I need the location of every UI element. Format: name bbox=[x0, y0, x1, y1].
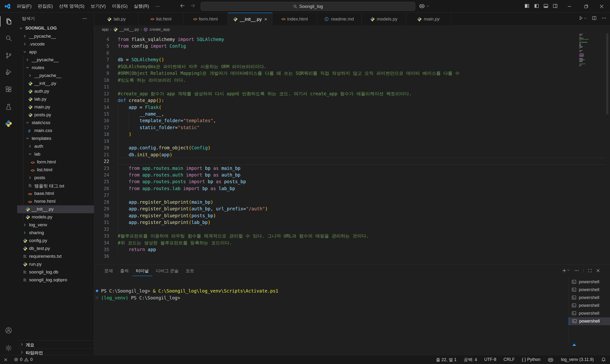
command-center-search[interactable]: Soongil_log bbox=[201, 2, 415, 11]
toggle-secondary-sidebar-icon[interactable] bbox=[553, 3, 558, 9]
tree-item-템플릿 태그.txt[interactable]: 템플릿 태그.txt bbox=[17, 182, 94, 190]
code-line-26[interactable]: from app.routes.lab import bp as lab_bp bbox=[118, 185, 235, 192]
code-line-13[interactable]: def create_app(): bbox=[118, 97, 164, 104]
breadcrumb-item-__init__.py[interactable]: __init__.py bbox=[119, 27, 139, 32]
settings-icon[interactable] bbox=[5, 344, 12, 351]
terminal-tab-powershell-1[interactable]: powershell bbox=[569, 278, 610, 286]
status-notifications[interactable] bbox=[601, 357, 606, 362]
source-control-icon[interactable] bbox=[5, 52, 12, 59]
tree-item-posts.py[interactable]: posts.py bbox=[17, 111, 94, 119]
tab-models.py[interactable]: models.py bbox=[362, 13, 406, 26]
minimize-button[interactable] bbox=[564, 0, 575, 13]
code-line-31[interactable]: app.register_blueprint(lab_bp) bbox=[118, 219, 211, 226]
menu-보기V[interactable]: 보기(V) bbox=[88, 0, 109, 13]
code-line-29[interactable]: app.register_blueprint(auth_bp, url_pref… bbox=[118, 205, 268, 212]
tree-item-config.py[interactable]: config.py bbox=[17, 237, 94, 245]
status-copilot[interactable] bbox=[547, 357, 554, 363]
tab-__init__.py[interactable]: __init__.py× bbox=[228, 13, 272, 26]
code-line-30[interactable]: app.register_blueprint(posts_bp) bbox=[118, 212, 216, 219]
tree-item-run.py[interactable]: run.py bbox=[17, 260, 94, 268]
code-line-18[interactable]: ) bbox=[118, 131, 131, 137]
restore-button[interactable] bbox=[581, 0, 592, 13]
terminal-tab-powershell-5[interactable]: powershell bbox=[569, 310, 610, 317]
status-eol[interactable]: CRLF bbox=[504, 357, 515, 362]
new-terminal-icon[interactable] bbox=[562, 268, 570, 273]
panel-tab-포트[interactable]: 포트 bbox=[182, 266, 198, 276]
tree-item-soongil_log.db[interactable]: soongil_log.db bbox=[17, 268, 94, 276]
maximize-panel-icon[interactable] bbox=[588, 269, 592, 273]
tree-item-routes[interactable]: routes bbox=[17, 64, 94, 72]
tree-item-.vscode[interactable]: .vscode bbox=[17, 40, 94, 48]
terminal-tab-powershell-3[interactable]: powershell bbox=[569, 294, 610, 302]
account-icon[interactable] bbox=[5, 327, 12, 334]
menu-편집E[interactable]: 편집(E) bbox=[35, 0, 56, 13]
code-line-12[interactable]: #create_app 함수가 app 객체를 생성하여 다시 app에 반환하… bbox=[118, 90, 412, 97]
tree-item-lab[interactable]: lab bbox=[17, 150, 94, 158]
status-language-mode[interactable]: { } Python bbox=[522, 357, 540, 362]
code-line-20[interactable]: app.config.from_object(Config) bbox=[118, 144, 211, 151]
toggle-sidebar-icon[interactable] bbox=[534, 3, 539, 9]
tab-form.html[interactable]: <>form.html bbox=[183, 13, 228, 26]
code-line-7[interactable]: db = SQLAlchemy() bbox=[118, 56, 164, 63]
remote-indicator[interactable] bbox=[3, 357, 8, 362]
code-line-35[interactable]: return app bbox=[118, 246, 156, 253]
editor-scrollbar[interactable] bbox=[606, 33, 608, 114]
tree-item-home.html[interactable]: <>home.html bbox=[17, 197, 94, 205]
customize-layout-icon[interactable] bbox=[524, 3, 530, 9]
tree-item-__pycache__[interactable]: __pycache__ bbox=[17, 56, 94, 64]
code-line-23[interactable]: from app.routes.main import bp as main_b… bbox=[118, 165, 240, 171]
menu-실행R[interactable]: 실행(R) bbox=[131, 0, 152, 13]
status-cursor-position[interactable]: 줄 22, 열 1 bbox=[436, 357, 456, 363]
code-line-5[interactable]: from config import Config bbox=[118, 43, 186, 49]
close-button[interactable] bbox=[596, 0, 607, 13]
menu-[interactable]: ··· bbox=[152, 0, 163, 13]
tab-main.py[interactable]: main.py bbox=[406, 13, 451, 26]
tree-item-list.html[interactable]: <>list.html bbox=[17, 166, 94, 174]
problems-indicator[interactable]: 00 bbox=[14, 357, 33, 362]
code-line-17[interactable]: static_folder="static" bbox=[118, 124, 199, 131]
panel-tab-터미널[interactable]: 터미널 bbox=[132, 266, 152, 276]
terminal-tab-powershell-4[interactable]: powershell bbox=[569, 302, 610, 310]
terminal-line[interactable]: (log_venv) PS C:\Soongil_log> bbox=[101, 294, 180, 301]
more-actions-icon[interactable] bbox=[574, 268, 579, 273]
close-tab-icon[interactable]: × bbox=[264, 17, 267, 22]
run-debug-icon[interactable] bbox=[5, 68, 12, 76]
tree-item-requirements.txt[interactable]: requirements.txt bbox=[17, 252, 94, 260]
code-editor[interactable]: 4567891011121314151617181920212223242526… bbox=[94, 33, 610, 264]
code-line-34[interactable]: #위 코드는 생성한 블루프린트를 등록하는 코드이다. bbox=[118, 239, 232, 246]
tree-item-__pycache__[interactable]: __pycache__ bbox=[17, 72, 94, 79]
tree-item-base.html[interactable]: <>base.html bbox=[17, 190, 94, 197]
close-panel-icon[interactable] bbox=[596, 269, 600, 273]
code-line-21[interactable]: db.init_app(app) bbox=[118, 151, 172, 158]
code-line-15[interactable]: __name__, bbox=[118, 111, 164, 117]
run-python-file-button[interactable] bbox=[579, 16, 587, 21]
back-arrow-icon[interactable] bbox=[180, 3, 185, 8]
tree-item-__pycache__[interactable]: __pycache__ bbox=[17, 32, 94, 40]
code-line-9[interactable]: #ORM(Object Relational Mapping)은 개발자가 데이… bbox=[118, 70, 460, 77]
tree-item-models.py[interactable]: models.py bbox=[17, 213, 94, 221]
panel-tab-출력[interactable]: 출력 bbox=[117, 266, 132, 276]
panel-tab-문제[interactable]: 문제 bbox=[101, 266, 117, 276]
tab-index.html[interactable]: <>index.html bbox=[272, 13, 317, 26]
tree-item-log_venv[interactable]: log_venv bbox=[17, 221, 94, 229]
terminal-tab-powershell-2[interactable]: powershell bbox=[569, 286, 610, 294]
code-line-25[interactable]: from app.routes.posts import bp as posts… bbox=[118, 178, 246, 185]
terminal-tab-powershell-6[interactable]: powershell bbox=[569, 317, 610, 325]
menu-파일F[interactable]: 파일(F) bbox=[13, 0, 35, 13]
python-icon[interactable] bbox=[5, 120, 12, 127]
menu-이동G[interactable]: 이동(G) bbox=[109, 0, 131, 13]
tree-item-db_test.py[interactable]: db_test.py bbox=[17, 245, 94, 252]
tree-item-form.html[interactable]: <>form.html bbox=[17, 158, 94, 166]
tree-item-main.py[interactable]: main.py bbox=[17, 103, 94, 111]
section-타임라인[interactable]: 타임라인 bbox=[17, 348, 94, 355]
code-line-4[interactable]: from flask_sqlalchemy import SQLAlchemy bbox=[118, 36, 224, 43]
menu-선택영역S[interactable]: 선택 영역(S) bbox=[56, 0, 88, 13]
breadcrumb-item-create_app[interactable]: create_app bbox=[149, 27, 170, 32]
code-line-28[interactable]: app.register_blueprint(main_bp) bbox=[118, 199, 213, 205]
terminal-line[interactable]: PS C:\Soongil_log> & C:\Soongil_log\log_… bbox=[101, 287, 278, 294]
section-개요[interactable]: 개요 bbox=[17, 340, 94, 348]
tree-item-SOONGIL_LOG[interactable]: SOONGIL_LOG bbox=[17, 25, 94, 32]
search-icon[interactable] bbox=[5, 35, 12, 42]
extensions-icon[interactable] bbox=[5, 86, 12, 93]
more-actions-icon[interactable] bbox=[601, 15, 607, 21]
